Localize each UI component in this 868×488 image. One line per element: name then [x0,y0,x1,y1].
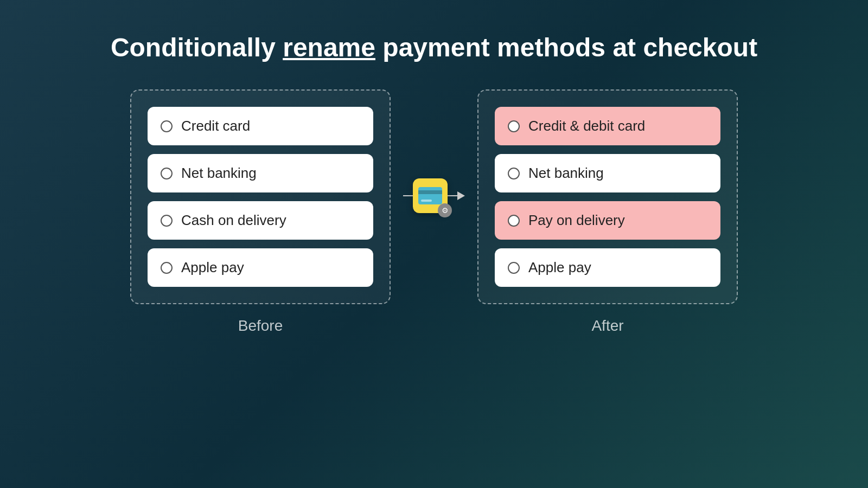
radio-icon [161,215,173,227]
arrow-line: ⚙ [403,195,457,196]
payment-option-pay-on-delivery-after: Pay on delivery [495,201,720,240]
after-panel: Credit & debit card Net banking Pay on d… [477,89,738,335]
payment-option-apple-pay-after: Apple pay [495,248,720,287]
payment-label: Pay on delivery [528,212,625,229]
payment-label: Credit card [181,118,250,134]
card-icon [418,187,442,204]
payment-option-net-banking-after: Net banking [495,154,720,192]
payment-label: Apple pay [528,259,591,276]
radio-icon [508,120,520,132]
radio-icon [161,120,173,132]
payment-option-apple-pay-before: Apple pay [148,248,373,287]
after-label: After [591,317,623,335]
radio-icon [161,262,173,274]
radio-icon [508,168,520,179]
payment-option-credit-card-after: Credit & debit card [495,107,720,145]
payment-label: Cash on delivery [181,212,286,229]
radio-icon [508,262,520,274]
before-label: Before [238,317,283,335]
payment-option-cash-on-delivery-before: Cash on delivery [148,201,373,240]
payment-label: Credit & debit card [528,118,645,134]
payment-label: Apple pay [181,259,244,276]
before-dashed-box: Credit card Net banking Cash on delivery… [130,89,391,304]
gear-icon: ⚙ [438,203,452,217]
plugin-icon: ⚙ [413,178,448,213]
before-panel: Credit card Net banking Cash on delivery… [130,89,391,335]
page-title: Conditionally rename payment methods at … [111,33,757,62]
arrow-section: ⚙ [391,191,477,233]
radio-icon [161,168,173,179]
after-dashed-box: Credit & debit card Net banking Pay on d… [477,89,738,304]
arrow-wrapper: ⚙ [403,191,465,200]
payment-option-net-banking-before: Net banking [148,154,373,192]
payment-label: Net banking [181,165,257,182]
radio-icon [508,215,520,227]
plugin-icon-bg: ⚙ [413,178,448,213]
comparison-container: Credit card Net banking Cash on delivery… [0,89,868,335]
payment-option-credit-card-before: Credit card [148,107,373,145]
payment-label: Net banking [528,165,604,182]
arrow-tip [457,191,465,200]
